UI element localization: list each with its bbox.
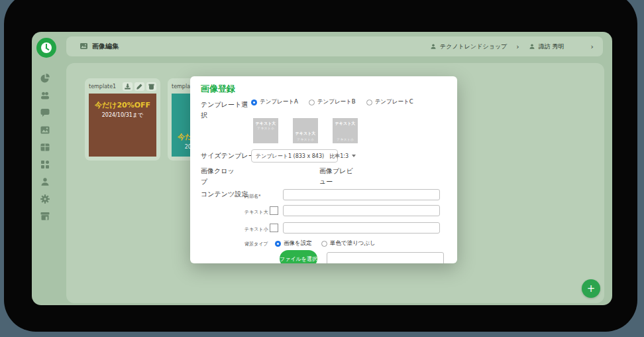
radio-bg-solid[interactable]: 単色で塗りつぶし: [321, 239, 376, 247]
template-select-label: テンプレート選択: [201, 100, 254, 120]
app-screen: 画像編集 テクノトレンドショップ › 諏訪 秀明 › template1: [32, 32, 612, 305]
chevron-right-icon[interactable]: ›: [516, 43, 519, 50]
page-title: 画像編集: [92, 42, 119, 51]
chat-icon[interactable]: [40, 107, 50, 118]
text-small-label: テキスト小: [244, 226, 268, 233]
content-settings-label: コンテンツ設定: [201, 189, 248, 200]
pencil-icon[interactable]: [134, 82, 144, 91]
shop-selector[interactable]: テクノトレンドショップ: [430, 42, 507, 51]
store-icon[interactable]: [40, 211, 50, 222]
user-name: 諏訪 秀明: [539, 42, 564, 51]
select-file-button[interactable]: ファイルを選択: [280, 250, 317, 263]
promo-date: 2024/10/31まで: [95, 111, 150, 119]
text-large-label: テキスト大: [244, 209, 268, 216]
template-radio-group: テンプレートA テンプレートB テンプレートC: [251, 98, 413, 106]
pie-chart-icon[interactable]: [40, 73, 50, 84]
bg-type-radio-group: 画像を設定 単色で塗りつぶし: [275, 239, 376, 247]
radio-icon: [309, 100, 315, 105]
text-large-color-box[interactable]: [270, 206, 278, 215]
text-small-color-box[interactable]: [270, 224, 278, 232]
radio-selected-icon: [251, 100, 257, 105]
modal-title: 画像登録: [201, 83, 235, 95]
sidebar-nav: [40, 73, 50, 222]
line-logo[interactable]: [36, 38, 56, 58]
table-icon[interactable]: [40, 142, 50, 153]
widgets-icon[interactable]: [40, 159, 50, 170]
radio-icon: [366, 100, 372, 105]
internal-name-label: 内部名*: [244, 193, 261, 200]
text-large-input[interactable]: [283, 205, 440, 216]
size-template-select[interactable]: テンプレート1 (833 x 843) 比率1:3: [251, 149, 338, 163]
radio-template-b[interactable]: テンプレートB: [309, 98, 356, 106]
template-a-thumbnail[interactable]: テキスト大 テキスト小: [253, 118, 278, 143]
bg-type-label: 背景タイプ: [244, 241, 268, 247]
radio-template-c[interactable]: テンプレートC: [366, 98, 413, 106]
promo-text: 今だけ20%OFF: [95, 100, 150, 110]
chevron-down-icon: [352, 155, 356, 157]
text-small-input[interactable]: [283, 222, 440, 234]
radio-icon: [321, 241, 327, 247]
template-b-thumbnail[interactable]: テキスト大 テキスト小: [293, 118, 318, 143]
template-card: template1 今だけ20%OFF 2024/10/31まで: [85, 78, 160, 161]
image-preview-label: 画像プレビュー: [319, 166, 356, 186]
shop-name: テクノトレンドショップ: [440, 42, 507, 51]
gear-icon[interactable]: [40, 194, 50, 204]
chevron-right-icon[interactable]: ›: [591, 43, 594, 50]
top-bar: 画像編集 テクノトレンドショップ › 諏訪 秀明 ›: [66, 36, 603, 56]
image-icon: [80, 40, 88, 53]
template-thumbnails: テキスト大 テキスト小 テキスト大 テキスト小 テキスト大 テキスト小: [253, 118, 358, 143]
image-crop-label: 画像クロップ: [201, 166, 238, 186]
user-icon[interactable]: [40, 176, 50, 187]
radio-bg-image[interactable]: 画像を設定: [275, 239, 312, 247]
image-register-modal: 画像登録 テンプレート選択 テンプレートA テンプレートB テンプレートC テキ…: [190, 76, 457, 263]
file-name-input[interactable]: [327, 252, 444, 263]
users-icon[interactable]: [40, 90, 50, 101]
download-button[interactable]: [123, 82, 133, 91]
user-selector[interactable]: 諏訪 秀明: [529, 42, 564, 51]
template-name: template1: [89, 84, 123, 90]
radio-template-a[interactable]: テンプレートA: [251, 98, 298, 106]
radio-selected-icon: [275, 241, 281, 247]
image-icon[interactable]: [40, 125, 50, 135]
template-preview-image: 今だけ20%OFF 2024/10/31まで: [89, 94, 156, 157]
add-image-button[interactable]: +: [582, 279, 600, 298]
template-c-thumbnail[interactable]: テキスト大 テキスト小: [333, 118, 358, 143]
internal-name-input[interactable]: [283, 189, 440, 200]
trash-icon[interactable]: [146, 82, 156, 91]
